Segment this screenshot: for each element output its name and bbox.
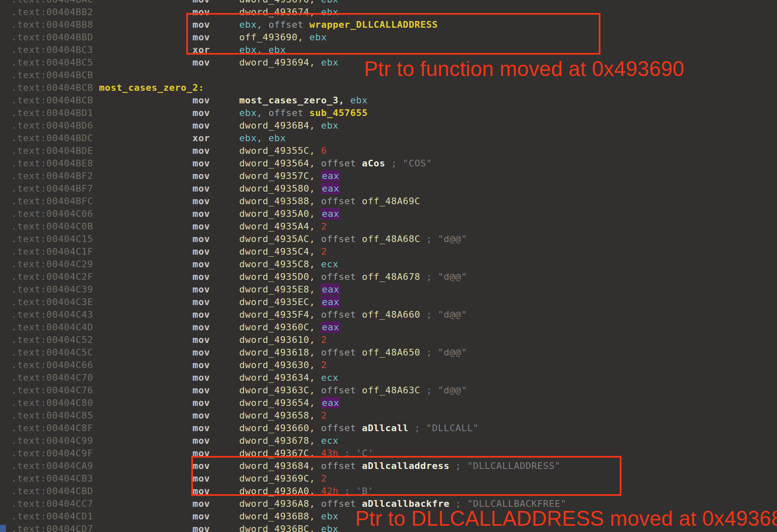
- asm-line[interactable]: .text:00404BDE mov dword_49355C, 6: [11, 145, 566, 157]
- asm-line[interactable]: .text:00404BD6 mov dword_4936B4, ebx: [11, 119, 566, 132]
- address-gutter-cell: .text:00404CA9: [11, 461, 93, 471]
- mnemonic: mov: [193, 435, 239, 446]
- address-gutter-cell: .text:00404BBD: [11, 32, 93, 42]
- column-gap: [93, 0, 193, 5]
- scrollbar-corner-fragment[interactable]: [0, 525, 6, 532]
- address-gutter-cell: .text:00404CD7: [11, 524, 93, 532]
- mnemonic: mov: [193, 360, 239, 370]
- asm-line[interactable]: .text:00404BF7 mov dword_493580, eax: [11, 182, 566, 195]
- asm-token: ; "COS": [391, 158, 432, 169]
- address-gutter-cell: .text:00404BDE: [11, 145, 93, 156]
- asm-token: dword_49357C,: [239, 171, 321, 181]
- address-gutter-cell: .text:00404BB8: [11, 19, 93, 30]
- asm-token: dword_493610,: [239, 334, 321, 345]
- asm-line[interactable]: .text:00404C3E mov dword_4935EC, eax: [11, 296, 566, 308]
- asm-line[interactable]: .text:00404BDC xor ebx, ebx: [11, 132, 566, 145]
- asm-line[interactable]: .text:00404BCB most_cases_zero_2:: [11, 82, 566, 94]
- mnemonic: mov: [193, 196, 239, 206]
- asm-token: ; "d@@": [426, 347, 467, 358]
- asm-token: dword_493658,: [239, 410, 321, 421]
- mnemonic: mov: [193, 221, 239, 232]
- asm-token: offset: [321, 271, 362, 282]
- address-gutter-cell: .text:00404BDC: [11, 133, 93, 143]
- asm-line[interactable]: .text:00404BE8 mov dword_493564, offset …: [11, 157, 566, 170]
- mnemonic: mov: [193, 322, 239, 332]
- asm-token: dword_4935A0,: [239, 208, 321, 219]
- asm-line[interactable]: .text:00404C29 mov dword_4935C8, ecx: [11, 258, 566, 271]
- asm-token: offset: [321, 234, 362, 244]
- column-gap: [93, 322, 193, 332]
- asm-line[interactable]: .text:00404BCB mov most_cases_zero_3, eb…: [11, 94, 566, 107]
- asm-line[interactable]: .text:00404BD1 mov ebx, offset sub_45765…: [11, 107, 566, 119]
- asm-token: ecx: [321, 259, 338, 269]
- asm-token: offset: [321, 309, 362, 320]
- column-gap: [93, 423, 193, 433]
- column-gap: [93, 120, 193, 131]
- asm-line[interactable]: .text:00404C5C mov dword_493618, offset …: [11, 346, 566, 359]
- asm-line[interactable]: .text:00404C70 mov dword_493634, ecx: [11, 371, 566, 384]
- asm-line[interactable]: .text:00404C1F mov dword_4935C4, 2: [11, 245, 566, 258]
- address-gutter-cell: .text:00404C52: [11, 334, 93, 345]
- asm-line[interactable]: .text:00404C85 mov dword_493658, 2: [11, 409, 566, 422]
- asm-line[interactable]: .text:00404C99 mov dword_493678, ecx: [11, 435, 566, 447]
- mnemonic: mov: [193, 385, 239, 395]
- asm-line[interactable]: .text:00404C0B mov dword_4935A4, 2: [11, 220, 566, 233]
- column-gap: [93, 435, 193, 446]
- asm-token: aDllcall: [362, 423, 415, 433]
- asm-token: eax: [321, 183, 340, 194]
- asm-line[interactable]: .text:00404C15 mov dword_4935AC, offset …: [11, 233, 566, 245]
- asm-token: ebx: [321, 524, 338, 532]
- column-gap: [93, 486, 193, 496]
- asm-line[interactable]: .text:00404C66 mov dword_493630, 2: [11, 359, 566, 371]
- asm-token: ebx,: [239, 133, 268, 143]
- address-gutter-cell: .text:00404C39: [11, 284, 93, 295]
- mnemonic: mov: [193, 347, 239, 358]
- column-gap: [93, 498, 193, 509]
- annotation-box-wrapper-dllcalladdress: [186, 13, 600, 55]
- asm-token: dword_493634,: [239, 372, 321, 383]
- mnemonic: mov: [193, 398, 239, 408]
- asm-line[interactable]: .text:00404C39 mov dword_4935E8, eax: [11, 283, 566, 296]
- column-gap: [93, 259, 193, 269]
- asm-line[interactable]: .text:00404BFC mov dword_493588, offset …: [11, 195, 566, 208]
- address-gutter-cell: .text:00404BCB: [11, 95, 93, 105]
- address-gutter-cell: .text:00404C66: [11, 360, 93, 370]
- column-gap: [93, 385, 193, 395]
- asm-line[interactable]: .text:00404C2F mov dword_4935D0, offset …: [11, 271, 566, 283]
- asm-line[interactable]: .text:00404C8F mov dword_493660, offset …: [11, 422, 566, 435]
- mnemonic: mov: [193, 120, 239, 131]
- mnemonic: mov: [193, 95, 239, 105]
- asm-token: ebx: [321, 511, 338, 521]
- asm-token: off_48A63C: [362, 385, 426, 395]
- code-label: most_cases_zero_2:: [93, 82, 204, 93]
- column-gap: [93, 334, 193, 345]
- asm-line[interactable]: .text:00404C80 mov dword_493654, eax: [11, 397, 566, 409]
- asm-line[interactable]: .text:00404C4D mov dword_49360C, eax: [11, 321, 566, 334]
- asm-token: eax: [321, 397, 340, 408]
- asm-line[interactable]: .text:00404BAC mov dword_493670, ebx: [11, 0, 566, 6]
- asm-token: eax: [321, 321, 340, 333]
- mnemonic: mov: [193, 145, 239, 156]
- asm-token: offset: [321, 196, 362, 206]
- asm-token: aCos: [362, 158, 391, 169]
- asm-token: offset: [321, 347, 362, 358]
- asm-line[interactable]: .text:00404C76 mov dword_49363C, offset …: [11, 384, 566, 397]
- asm-token: dword_49363C,: [239, 385, 321, 395]
- column-gap: [93, 271, 193, 282]
- asm-line[interactable]: .text:00404BF2 mov dword_49357C, eax: [11, 170, 566, 182]
- mnemonic: mov: [193, 246, 239, 257]
- address-gutter-cell: .text:00404BC3: [11, 45, 93, 55]
- asm-token: eax: [321, 208, 340, 219]
- asm-token: ebx: [321, 57, 338, 68]
- mnemonic: mov: [193, 183, 239, 194]
- column-gap: [93, 398, 193, 408]
- asm-line[interactable]: .text:00404C06 mov dword_4935A0, eax: [11, 208, 566, 220]
- asm-token: dword_4935A4,: [239, 221, 321, 232]
- address-gutter-cell: .text:00404C15: [11, 234, 93, 244]
- asm-line[interactable]: .text:00404C43 mov dword_4935F4, offset …: [11, 308, 566, 321]
- mnemonic: mov: [193, 498, 239, 509]
- asm-token: eax: [321, 170, 340, 182]
- asm-token: ecx: [321, 372, 338, 383]
- address-gutter-cell: .text:00404CBD: [11, 486, 93, 496]
- asm-line[interactable]: .text:00404C52 mov dword_493610, 2: [11, 334, 566, 346]
